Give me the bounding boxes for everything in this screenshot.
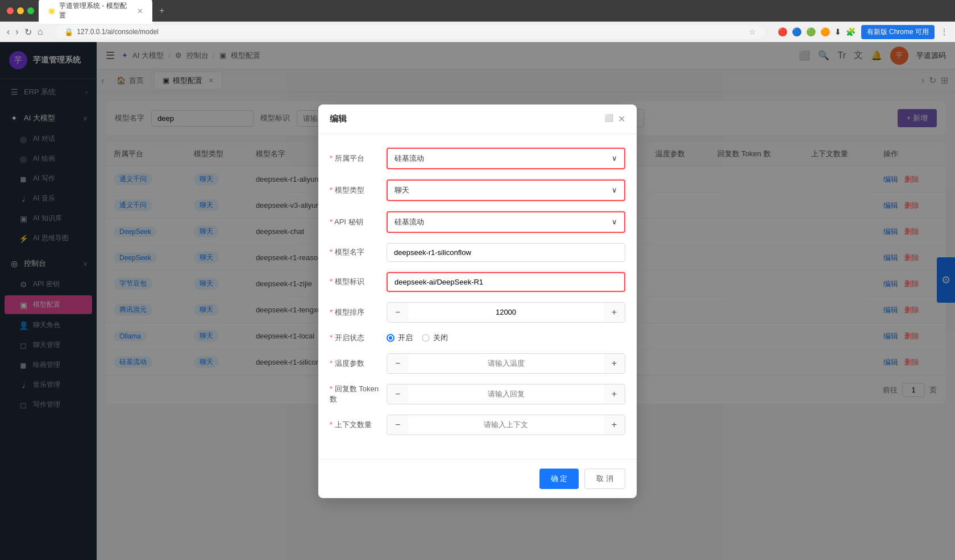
model-name-field[interactable] xyxy=(387,243,625,262)
browser-extensions: 🔴 🔵 🟢 🟠 ⬇ 🧩 xyxy=(778,27,856,36)
status-close-dot xyxy=(422,334,430,342)
temp-increment[interactable]: + xyxy=(604,354,625,373)
form-item-temp: 温度参数 − + xyxy=(330,353,625,374)
modal-footer: 确 定 取 消 xyxy=(318,459,637,498)
form-item-model-name: 模型名字 xyxy=(330,243,625,262)
status-radio-group: 开启 关闭 xyxy=(387,333,625,343)
ext-icon-2: 🔵 xyxy=(792,27,802,36)
form-item-model-tag: 模型标识 xyxy=(330,272,625,292)
tab-title: 芋道管理系统 - 模型配置 xyxy=(59,1,130,20)
platform-control: 硅基流动 ∨ xyxy=(387,148,625,169)
modal-overlay: 编辑 ⬜ ✕ 所属平台 硅基流动 ∨ 模型类型 xyxy=(0,42,955,560)
apikey-value: 硅基流动 xyxy=(395,217,424,227)
model-type-chevron: ∨ xyxy=(612,186,617,194)
platform-select[interactable]: 硅基流动 ∨ xyxy=(387,148,625,169)
modal-close-button[interactable]: ✕ xyxy=(618,114,625,124)
sort-decrement[interactable]: − xyxy=(387,303,408,322)
modal-title: 编辑 xyxy=(330,114,347,124)
form-item-context: 上下文数量 − + xyxy=(330,415,625,435)
chrome-menu-icon[interactable]: ⋮ xyxy=(940,27,948,36)
address-bar[interactable]: 🔒 127.0.0.1/ai/console/model ☆ xyxy=(55,25,765,39)
tokens-value[interactable] xyxy=(408,385,603,403)
modal-header-actions: ⬜ ✕ xyxy=(604,114,625,124)
platform-value: 硅基流动 xyxy=(395,153,424,164)
form-item-status: 开启状态 开启 关闭 xyxy=(330,333,625,343)
url-text: 127.0.0.1/ai/console/model xyxy=(77,28,158,36)
modal-body: 所属平台 硅基流动 ∨ 模型类型 聊天 ∨ xyxy=(318,134,637,459)
tokens-label: 回复数 Token 数 xyxy=(330,384,387,404)
model-type-select[interactable]: 聊天 ∨ xyxy=(387,179,625,201)
tab-close[interactable]: ✕ xyxy=(137,7,143,15)
model-tag-form-control xyxy=(387,272,625,292)
context-decrement[interactable]: − xyxy=(387,415,408,434)
form-item-platform: 所属平台 硅基流动 ∨ xyxy=(330,148,625,169)
tokens-control: − + xyxy=(387,384,625,404)
refresh-button[interactable]: ↻ xyxy=(24,27,32,37)
ext-icon-4: 🟠 xyxy=(820,27,830,36)
ext-icon-1: 🔴 xyxy=(778,27,787,36)
context-increment[interactable]: + xyxy=(604,415,625,434)
status-control: 开启 关闭 xyxy=(387,333,625,343)
confirm-button[interactable]: 确 定 xyxy=(539,469,579,489)
ext-icon-3: 🟢 xyxy=(806,27,816,36)
context-control: − + xyxy=(387,415,625,435)
model-tag-form-label: 模型标识 xyxy=(330,277,387,287)
apikey-chevron: ∨ xyxy=(612,218,617,226)
context-label: 上下文数量 xyxy=(330,420,387,430)
apikey-select[interactable]: 硅基流动 ∨ xyxy=(387,211,625,233)
status-open-radio[interactable]: 开启 xyxy=(387,333,413,343)
home-button[interactable]: ⌂ xyxy=(38,27,43,37)
platform-chevron: ∨ xyxy=(612,154,617,162)
ext-icon-6: 🧩 xyxy=(846,27,856,36)
tokens-input: − + xyxy=(387,384,625,404)
temp-input: − + xyxy=(387,353,625,374)
fullscreen-dot[interactable] xyxy=(27,7,34,14)
modal-maximize-icon[interactable]: ⬜ xyxy=(604,114,613,124)
model-type-label: 模型类型 xyxy=(330,185,387,195)
tokens-decrement[interactable]: − xyxy=(387,385,408,404)
form-item-type: 模型类型 聊天 ∨ xyxy=(330,179,625,201)
temp-decrement[interactable]: − xyxy=(387,354,408,373)
context-input: − + xyxy=(387,415,625,435)
status-open-label: 开启 xyxy=(398,333,413,343)
minimize-dot[interactable] xyxy=(17,7,24,14)
temp-label: 温度参数 xyxy=(330,358,387,369)
sort-increment[interactable]: + xyxy=(604,303,625,322)
sort-label: 模型排序 xyxy=(330,307,387,317)
apikey-control: 硅基流动 ∨ xyxy=(387,211,625,233)
bookmark-icon[interactable]: ☆ xyxy=(749,27,756,36)
new-tab-button[interactable]: + xyxy=(159,6,164,16)
sort-control: − + xyxy=(387,302,625,323)
model-name-form-label: 模型名字 xyxy=(330,247,387,257)
ext-icon-5: ⬇ xyxy=(834,27,841,36)
close-dot[interactable] xyxy=(7,7,14,14)
forward-button[interactable]: › xyxy=(15,27,18,37)
status-close-radio[interactable]: 关闭 xyxy=(422,333,448,343)
browser-toolbar: ‹ › ↻ ⌂ 🔒 127.0.0.1/ai/console/model ☆ 🔴… xyxy=(0,22,955,42)
form-item-tokens: 回复数 Token 数 − + xyxy=(330,384,625,404)
sort-input: − + xyxy=(387,302,625,323)
model-type-control: 聊天 ∨ xyxy=(387,179,625,201)
chrome-update-button[interactable]: 有新版 Chrome 可用 xyxy=(861,25,935,39)
model-name-form-control xyxy=(387,243,625,262)
back-button[interactable]: ‹ xyxy=(7,27,10,37)
sort-value[interactable] xyxy=(408,303,603,321)
status-close-label: 关闭 xyxy=(433,333,448,343)
status-open-dot xyxy=(387,334,395,342)
model-tag-field[interactable] xyxy=(387,272,625,292)
tokens-increment[interactable]: + xyxy=(604,385,625,404)
status-label: 开启状态 xyxy=(330,333,387,343)
context-value[interactable] xyxy=(408,416,603,433)
edit-modal: 编辑 ⬜ ✕ 所属平台 硅基流动 ∨ 模型类型 xyxy=(318,105,637,498)
form-item-sort: 模型排序 − + xyxy=(330,302,625,323)
temp-control: − + xyxy=(387,353,625,374)
modal-header: 编辑 ⬜ ✕ xyxy=(318,105,637,134)
temp-value[interactable] xyxy=(408,354,603,372)
tab-icon: 🌟 xyxy=(48,7,56,15)
apikey-label: API 秘钥 xyxy=(330,217,387,227)
model-type-value: 聊天 xyxy=(395,185,409,195)
browser-tab[interactable]: 🌟 芋道管理系统 - 模型配置 ✕ xyxy=(39,0,152,24)
cancel-button[interactable]: 取 消 xyxy=(584,469,625,489)
browser-chrome: 🌟 芋道管理系统 - 模型配置 ✕ + xyxy=(0,0,955,22)
form-item-apikey: API 秘钥 硅基流动 ∨ xyxy=(330,211,625,233)
